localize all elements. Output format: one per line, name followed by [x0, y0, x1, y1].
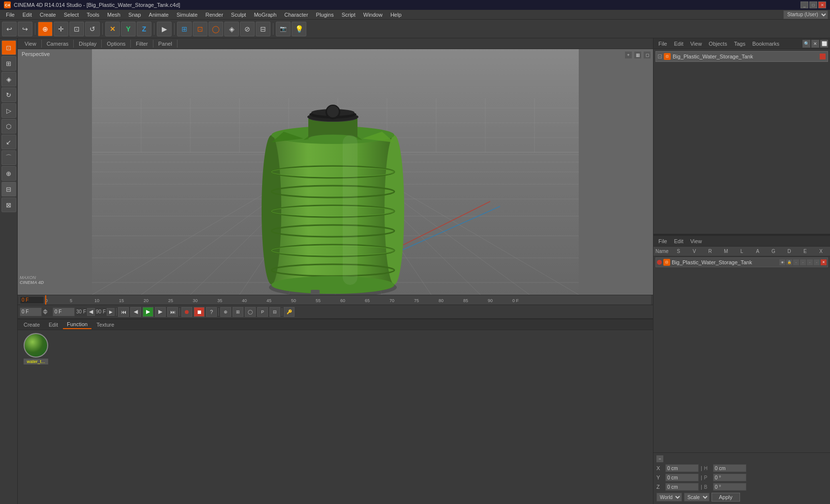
current-frame-input[interactable] — [20, 308, 42, 316]
menu-create[interactable]: Create — [36, 11, 60, 19]
attr-menu-view[interactable]: View — [687, 237, 705, 245]
close-button[interactable]: ✕ — [818, 1, 826, 8]
om-close-icon[interactable]: ✕ — [811, 40, 819, 48]
fps-up[interactable]: ▶ — [107, 308, 115, 316]
mode-btn-4[interactable]: P — [257, 307, 268, 317]
om-menu-bookmarks[interactable]: Bookmarks — [749, 40, 782, 48]
nurbs-button[interactable]: ⊟ — [256, 22, 270, 36]
attr-menu-file[interactable]: File — [655, 237, 670, 245]
panel-tab-edit[interactable]: Edit — [45, 321, 62, 329]
keyframe-button[interactable]: ? — [206, 307, 217, 317]
mode-btn-1[interactable]: ⊕ — [220, 307, 231, 317]
menu-file[interactable]: File — [2, 11, 19, 19]
spline-button[interactable]: ⊘ — [240, 22, 255, 36]
obj-icon-dot3[interactable]: · — [807, 259, 813, 265]
sphere-button[interactable]: ⊡ — [193, 22, 208, 36]
play-button[interactable]: ▶ — [143, 307, 153, 317]
panel-tab-create[interactable]: Create — [20, 321, 44, 329]
tree-expand-icon[interactable]: − — [658, 55, 662, 58]
left-tool-6[interactable]: ⬡ — [1, 119, 16, 134]
vp-tab-display[interactable]: Display — [74, 40, 102, 48]
menu-snap[interactable]: Snap — [124, 11, 145, 19]
coord-y-input[interactable] — [665, 474, 699, 481]
move-tool-button[interactable]: ⊕ — [38, 22, 53, 36]
left-tool-8[interactable]: ⌒ — [1, 150, 16, 165]
record-button[interactable]: ⏺ — [181, 307, 192, 317]
menu-window[interactable]: Window — [359, 11, 386, 19]
camera-button[interactable]: 📷 — [276, 22, 291, 36]
menu-help[interactable]: Help — [386, 11, 406, 19]
redo-button[interactable]: ↪ — [18, 22, 32, 36]
attr-menu-edit[interactable]: Edit — [671, 237, 686, 245]
vp-grid-button[interactable]: ▦ — [634, 51, 642, 59]
om-menu-view[interactable]: View — [687, 40, 705, 48]
coords-expand-btn[interactable]: − — [656, 455, 663, 462]
light-button[interactable]: 💡 — [292, 22, 306, 36]
vp-tab-view[interactable]: View — [20, 40, 42, 48]
polygon-button[interactable]: ◈ — [224, 22, 239, 36]
cube-button[interactable]: ⊞ — [177, 22, 192, 36]
om-menu-file[interactable]: File — [655, 40, 670, 48]
prev-frame-button[interactable]: ◀ — [130, 307, 141, 317]
x-tool-button[interactable]: ✕ — [105, 22, 120, 36]
vp-mode-button[interactable]: ◻ — [643, 51, 651, 59]
left-tool-10[interactable]: ⊟ — [1, 182, 16, 196]
obj-icon-dot4[interactable]: · — [814, 259, 820, 265]
cylinder-button[interactable]: ◯ — [208, 22, 223, 36]
mode-btn-2[interactable]: ⊞ — [233, 307, 243, 317]
left-tool-move[interactable]: ⊡ — [1, 40, 16, 55]
layout-selector[interactable]: Startup (User) — [783, 10, 828, 19]
menu-script[interactable]: Script — [338, 11, 359, 19]
om-menu-edit[interactable]: Edit — [671, 40, 686, 48]
next-frame-button[interactable]: ▶ — [155, 307, 166, 317]
menu-select[interactable]: Select — [60, 11, 83, 19]
coord-b-input[interactable] — [713, 483, 746, 491]
left-tool-9[interactable]: ⊕ — [1, 166, 16, 181]
frame-display[interactable] — [53, 308, 75, 316]
obj-icon-lock[interactable]: 🔒 — [786, 259, 792, 265]
panel-tab-function[interactable]: Function — [63, 320, 91, 329]
vp-tab-filter[interactable]: Filter — [131, 40, 153, 48]
menu-mesh[interactable]: Mesh — [103, 11, 124, 19]
frame-spinner[interactable] — [43, 308, 52, 316]
3d-viewport[interactable]: Perspective + ▦ ◻ — [18, 49, 653, 295]
left-tool-2[interactable]: ⊞ — [1, 56, 16, 71]
obj-icon-eye[interactable]: 👁 — [779, 259, 785, 265]
play-button[interactable]: ▶ — [157, 22, 172, 36]
left-tool-7[interactable]: ↙ — [1, 135, 16, 149]
om-menu-tags[interactable]: Tags — [731, 40, 748, 48]
coord-x-input[interactable] — [665, 464, 699, 472]
maximize-button[interactable]: □ — [809, 1, 817, 8]
left-tool-4[interactable]: ↻ — [1, 87, 16, 102]
mode-btn-5[interactable]: ⊟ — [269, 307, 280, 317]
coord-scale-select[interactable]: Scale — [684, 493, 710, 502]
vp-tab-cameras[interactable]: Cameras — [42, 40, 74, 48]
stop-record-button[interactable]: ⏹ — [194, 307, 205, 317]
left-tool-3[interactable]: ◈ — [1, 72, 16, 86]
z-tool-button[interactable]: Z — [137, 22, 151, 36]
tree-item-tank[interactable]: − ⊡ Big_Plastic_Water_Storage_Tank — [655, 51, 828, 62]
apply-button[interactable]: Apply — [711, 493, 740, 502]
scale-tool-button[interactable]: ⊡ — [69, 22, 84, 36]
left-tool-11[interactable]: ⊠ — [1, 197, 16, 212]
vp-tab-panel[interactable]: Panel — [153, 40, 178, 48]
left-tool-5[interactable]: ▷ — [1, 103, 16, 118]
menu-simulate[interactable]: Simulate — [173, 11, 202, 19]
coord-world-select[interactable]: World — [656, 493, 682, 502]
obj-icon-dot1[interactable]: · — [793, 259, 799, 265]
undo-button[interactable]: ↩ — [2, 22, 17, 36]
obj-icon-dot2[interactable]: · — [800, 259, 806, 265]
menu-mograph[interactable]: MoGraph — [250, 11, 280, 19]
menu-plugins[interactable]: Plugins — [312, 11, 338, 19]
obj-row-tank[interactable]: ⊡ Big_Plastic_Water_Storage_Tank 👁 🔒 · ·… — [655, 257, 828, 267]
go-start-button[interactable]: ⏮ — [118, 307, 129, 317]
timeline-ruler[interactable]: 0 5 10 15 20 25 30 35 40 45 50 55 60 65 … — [44, 295, 651, 305]
material-item-water[interactable]: water_t... — [21, 333, 51, 501]
fps-down[interactable]: ◀ — [87, 308, 95, 316]
keyframe-icon[interactable]: 🔑 — [284, 307, 295, 317]
y-tool-button[interactable]: Y — [121, 22, 136, 36]
menu-animate[interactable]: Animate — [145, 11, 173, 19]
menu-sculpt[interactable]: Sculpt — [227, 11, 250, 19]
rotate-tool-button[interactable]: ↺ — [85, 22, 100, 36]
select-tool-button[interactable]: ✛ — [54, 22, 68, 36]
